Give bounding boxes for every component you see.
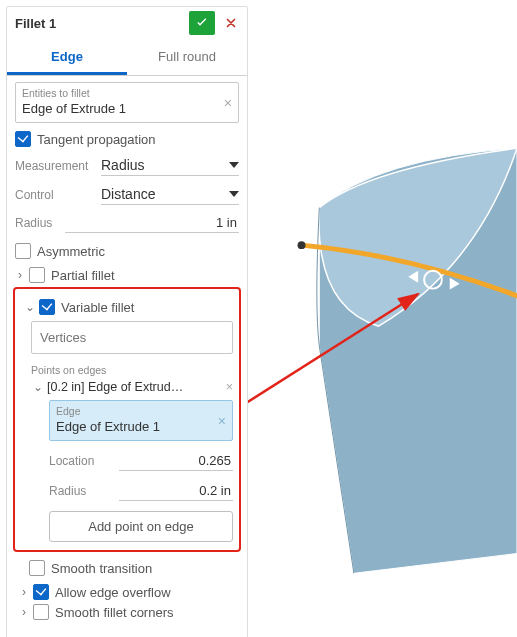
smooth-corners-label: Smooth fillet corners: [55, 605, 174, 620]
chevron-right-icon[interactable]: ›: [17, 605, 31, 619]
remove-point-icon[interactable]: ×: [226, 380, 233, 394]
check-icon: [194, 15, 210, 31]
clear-edge-icon[interactable]: ×: [218, 413, 226, 429]
smooth-corners-row[interactable]: › Smooth fillet corners: [15, 604, 239, 620]
asymmetric-label: Asymmetric: [37, 244, 105, 259]
viewport-3d[interactable]: [260, 0, 517, 637]
chevron-down-icon[interactable]: ⌄: [31, 380, 45, 394]
measurement-value: Radius: [101, 157, 145, 173]
partial-label: Partial fillet: [51, 268, 115, 283]
edge-subfield-value: Edge of Extrude 1: [56, 419, 226, 434]
chevron-down-icon: [229, 162, 239, 168]
confirm-button[interactable]: [189, 11, 215, 35]
svg-line-1: [235, 294, 418, 410]
fillet-tabs: Edge Full round: [7, 41, 247, 76]
chevron-down-icon[interactable]: ⌄: [23, 300, 37, 314]
allow-overflow-checkbox[interactable]: [33, 584, 49, 600]
radius-input[interactable]: 1 in: [65, 213, 239, 233]
chevron-right-icon[interactable]: ›: [17, 585, 31, 599]
fillet-panel: Fillet 1 Edge Full round Entities to fil…: [6, 6, 248, 637]
allow-overflow-label: Allow edge overflow: [55, 585, 171, 600]
variable-checkbox[interactable]: [39, 299, 55, 315]
asymmetric-checkbox[interactable]: [15, 243, 31, 259]
entities-label: Entities to fillet: [22, 87, 232, 99]
control-label: Control: [15, 188, 101, 202]
vertices-field[interactable]: Vertices: [31, 321, 233, 354]
partial-fillet-row[interactable]: › Partial fillet: [11, 267, 239, 283]
location-input[interactable]: 0.265: [119, 451, 233, 471]
allow-overflow-row[interactable]: › Allow edge overflow: [15, 584, 239, 600]
tangent-checkbox[interactable]: [15, 131, 31, 147]
location-label: Location: [49, 454, 119, 468]
chevron-right-icon[interactable]: ›: [13, 268, 27, 282]
panel-title: Fillet 1: [15, 16, 189, 31]
add-point-button[interactable]: Add point on edge: [49, 511, 233, 542]
entities-value: Edge of Extrude 1: [22, 101, 232, 116]
point-item-label: [0.2 in] Edge of Extrud…: [47, 380, 226, 394]
partial-checkbox[interactable]: [29, 267, 45, 283]
variable-fillet-highlight: ⌄ Variable fillet Vertices Points on edg…: [13, 287, 241, 552]
variable-fillet-row[interactable]: ⌄ Variable fillet: [21, 299, 233, 315]
radius-label: Radius: [15, 216, 65, 230]
smooth-transition-label: Smooth transition: [51, 561, 152, 576]
cancel-button[interactable]: [221, 13, 241, 33]
edge-field[interactable]: Edge Edge of Extrude 1 ×: [49, 400, 233, 441]
close-icon: [224, 16, 238, 30]
point-item[interactable]: ⌄ [0.2 in] Edge of Extrud… ×: [31, 380, 233, 394]
tangent-label: Tangent propagation: [37, 132, 156, 147]
variable-radius-input[interactable]: 0.2 in: [119, 481, 233, 501]
points-on-edges-label: Points on edges: [31, 364, 233, 376]
measurement-select[interactable]: Radius: [101, 155, 239, 176]
tangent-propagation-row[interactable]: Tangent propagation: [15, 131, 239, 147]
edge-subfield-label: Edge: [56, 405, 226, 417]
clear-entities-icon[interactable]: ×: [224, 95, 232, 111]
measurement-label: Measurement: [15, 159, 101, 173]
control-select[interactable]: Distance: [101, 184, 239, 205]
entities-field[interactable]: Entities to fillet Edge of Extrude 1 ×: [15, 82, 239, 123]
tab-edge[interactable]: Edge: [7, 41, 127, 75]
tab-full-round[interactable]: Full round: [127, 41, 247, 75]
screenshot: Fillet 1 Edge Full round Entities to fil…: [0, 0, 517, 637]
smooth-corners-checkbox[interactable]: [33, 604, 49, 620]
control-value: Distance: [101, 186, 155, 202]
variable-label: Variable fillet: [61, 300, 134, 315]
chevron-down-icon: [229, 191, 239, 197]
variable-radius-label: Radius: [49, 484, 119, 498]
asymmetric-row[interactable]: Asymmetric: [15, 243, 239, 259]
smooth-transition-checkbox[interactable]: [29, 560, 45, 576]
smooth-transition-row[interactable]: Smooth transition: [29, 560, 239, 576]
